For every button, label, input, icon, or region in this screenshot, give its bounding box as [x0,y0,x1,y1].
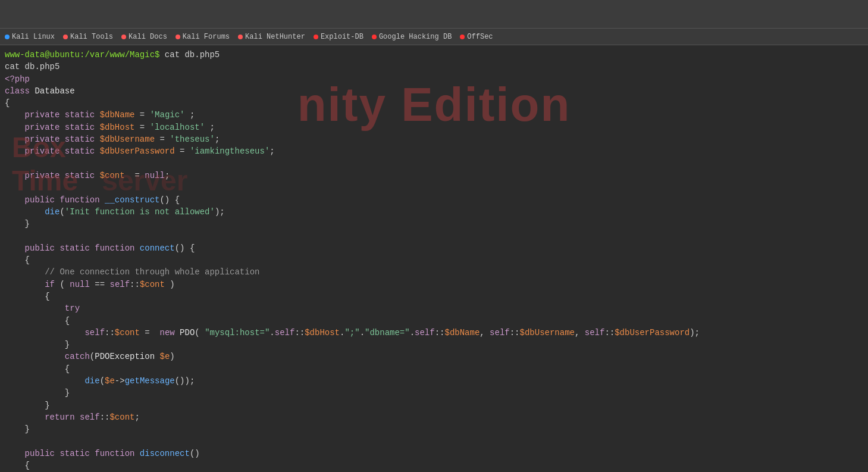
bookmark-dot-exploitdb [314,35,318,39]
terminal-output: www-data@ubuntu:/var/www/Magic$ cat db.p… [5,49,863,472]
bookmark-dot-nethunter [238,35,243,39]
bookmark-kali-nethunter[interactable]: Kali NetHunter [238,33,305,41]
bookmark-dot-offsec [460,35,465,39]
bookmark-offsec[interactable]: OffSec [460,33,493,41]
bookmark-dot-tools [63,35,68,39]
bookmarks-bar: Kali Linux Kali Tools Kali Docs Kali For… [0,29,868,45]
bookmark-dot-ghdb [372,35,377,39]
bookmark-kali-forums[interactable]: Kali Forums [176,33,230,41]
bookmark-google-hacking[interactable]: Google Hacking DB [372,33,452,41]
terminal[interactable]: nity Edition Box Time server www-data@ub… [0,45,868,472]
bookmark-kali-docs[interactable]: Kali Docs [121,33,167,41]
bookmark-kali-tools[interactable]: Kali Tools [63,33,113,41]
bookmark-dot-docs [121,35,126,39]
bookmark-exploit-db[interactable]: Exploit-DB [314,33,364,41]
bookmark-dot-kali [5,35,10,39]
browser-bar [0,0,868,29]
bookmark-kali-linux[interactable]: Kali Linux [5,33,55,41]
bookmark-dot-forums [176,35,180,39]
